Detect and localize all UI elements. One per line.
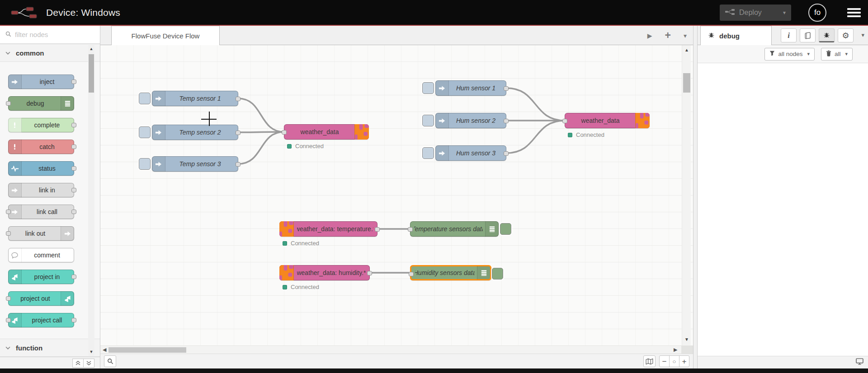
flow-wire[interactable]	[506, 121, 565, 153]
flow-node-humidity-sensors-data[interactable]: Humidity sensors data	[410, 265, 491, 280]
debug-toggle-button[interactable]	[500, 223, 511, 235]
debug-toggle-button[interactable]	[492, 268, 503, 280]
palette-scrollbar[interactable]: ▲ ▼	[88, 45, 94, 356]
chevron-down-icon[interactable]: ▾	[783, 9, 786, 16]
palette-node-link-in[interactable]: link in	[8, 183, 74, 197]
canvas-vscroll-thumb[interactable]	[683, 73, 690, 93]
palette-node-status[interactable]: status	[8, 161, 74, 176]
node-port-out[interactable]	[367, 271, 372, 275]
link-arrow-icon	[61, 226, 74, 241]
node-port-in[interactable]	[282, 130, 287, 135]
palette-filter-input[interactable]	[15, 31, 83, 38]
debug-filter-button[interactable]: all nodes ▾	[764, 48, 815, 61]
flow-node-hum-sensor-1[interactable]: Hum sensor 1	[435, 80, 506, 96]
node-port-in[interactable]	[562, 119, 567, 123]
chevron-down-icon[interactable]: ▾	[684, 32, 687, 39]
node-port-out[interactable]	[504, 119, 509, 123]
node-port-in[interactable]	[409, 272, 414, 276]
flow-wire[interactable]	[506, 88, 565, 121]
deploy-button[interactable]: Deploy ▾	[720, 5, 791, 21]
node-port-out[interactable]	[504, 151, 509, 156]
canvas-search-button[interactable]	[104, 355, 116, 367]
palette-node-project-call[interactable]: project call	[8, 313, 74, 327]
scroll-up-icon[interactable]: ▲	[88, 47, 94, 51]
node-port-out[interactable]	[236, 131, 241, 135]
node-port-out[interactable]	[375, 227, 380, 232]
canvas-horizontal-scrollbar[interactable]: ◀ ▶	[100, 345, 693, 354]
debug-clear-button[interactable]: all ▾	[821, 48, 853, 61]
inject-button[interactable]	[139, 158, 151, 170]
inject-button[interactable]	[139, 93, 151, 104]
flow-node-hum-sensor-2[interactable]: Hum sensor 2	[435, 113, 506, 128]
node-port-out[interactable]	[504, 86, 509, 91]
flow-node-weather-data[interactable]: weather_dataConnected	[284, 124, 369, 140]
debug-message-list[interactable]	[698, 63, 868, 356]
plus-icon[interactable]: +	[665, 29, 671, 42]
palette-node-comment[interactable]: comment	[8, 248, 74, 262]
user-avatar[interactable]: fo	[808, 4, 826, 22]
palette-node-link-call[interactable]: link call	[8, 205, 74, 219]
scroll-down-icon[interactable]: ▼	[88, 350, 94, 354]
chevron-down-icon[interactable]: ▾	[861, 32, 864, 38]
flow-wire[interactable]	[238, 98, 284, 132]
flow-node-temp-sensor-1[interactable]: Temp sensor 1	[152, 91, 238, 106]
scroll-up-icon[interactable]: ▲	[682, 47, 691, 52]
tab-flowfuse-device-flow[interactable]: FlowFuse Device Flow	[111, 26, 220, 45]
map-icon[interactable]	[643, 355, 656, 367]
palette-node-debug[interactable]: debug	[8, 96, 74, 111]
zoom-out-button[interactable]: −	[659, 355, 670, 367]
palette-node-link-out[interactable]: link out	[8, 226, 74, 241]
flow-wire[interactable]	[238, 132, 284, 164]
flow-node-temp-sensor-2[interactable]: Temp sensor 2	[152, 125, 238, 140]
flow-node-temp-sensor-3[interactable]: Temp sensor 3	[152, 156, 238, 172]
palette-scroll-area: common injectdebugcompletecatchstatuslin…	[0, 44, 100, 357]
flow-node-label: Hum sensor 2	[449, 113, 502, 128]
gear-icon[interactable]: ⚙	[838, 28, 854, 42]
flow-node-weather-data[interactable]: weather_dataConnected	[565, 113, 650, 128]
canvas-hscroll-thumb[interactable]	[108, 347, 186, 353]
node-port-out[interactable]	[236, 162, 241, 167]
flow-node-hum-sensor-3[interactable]: Hum sensor 3	[435, 145, 506, 161]
palette-category-function[interactable]: function	[0, 339, 100, 357]
scroll-left-icon[interactable]: ◀	[103, 347, 106, 353]
inject-button[interactable]	[422, 115, 434, 126]
node-port-out	[71, 210, 76, 214]
flow-node-weather-data-humidity[interactable]: weather_data: humidity.*Connected	[279, 265, 370, 280]
monitor-icon[interactable]	[856, 358, 863, 367]
inject-button[interactable]	[139, 126, 151, 138]
tab-debug[interactable]: debug	[700, 26, 772, 45]
inject-button[interactable]	[422, 82, 434, 94]
zoom-reset-button[interactable]: ○	[669, 355, 679, 367]
chevrons-down-icon[interactable]	[83, 359, 94, 368]
canvas-vertical-scrollbar[interactable]: ▲ ▼	[682, 45, 691, 345]
node-port-out[interactable]	[236, 97, 241, 101]
flow-canvas[interactable]: Temp sensor 1Temp sensor 2Temp sensor 3w…	[100, 45, 693, 345]
palette-scrollbar-thumb[interactable]	[89, 54, 94, 93]
scroll-right-icon[interactable]: ▶	[674, 347, 677, 353]
palette-category-common[interactable]: common	[0, 44, 100, 62]
palette-node-catch[interactable]: catch	[8, 140, 74, 154]
hamburger-icon[interactable]	[847, 8, 861, 17]
flow-wire[interactable]	[238, 132, 284, 132]
palette-node-complete[interactable]: complete	[8, 118, 74, 132]
node-port-in[interactable]	[408, 227, 413, 232]
scroll-down-icon[interactable]: ▼	[682, 337, 691, 342]
magnifier-icon	[5, 31, 11, 39]
flow-node-label: Hum sensor 1	[449, 81, 502, 95]
chevrons-up-icon[interactable]	[72, 359, 84, 368]
zoom-in-button[interactable]: +	[679, 355, 689, 367]
sidebar-splitter[interactable]	[693, 26, 698, 368]
play-icon[interactable]: ▶	[647, 32, 652, 39]
deploy-button-label: Deploy	[739, 9, 762, 17]
flow-node-temperature-sensors-data[interactable]: Temperature sensors data	[410, 221, 499, 237]
main-layout: common injectdebugcompletecatchstatuslin…	[0, 26, 868, 368]
palette-node-project-in[interactable]: project in	[8, 270, 74, 284]
page-title: Device: Windows	[46, 7, 120, 18]
flow-node-weather-data-temperature[interactable]: weather_data: temperature.*Connected	[279, 221, 377, 237]
palette-node-project-out[interactable]: project out	[8, 291, 74, 306]
palette-node-inject[interactable]: inject	[8, 75, 74, 89]
info-icon[interactable]: i	[781, 28, 797, 42]
inject-button[interactable]	[422, 147, 434, 159]
book-icon[interactable]	[800, 28, 816, 42]
bug-icon[interactable]	[819, 28, 835, 42]
